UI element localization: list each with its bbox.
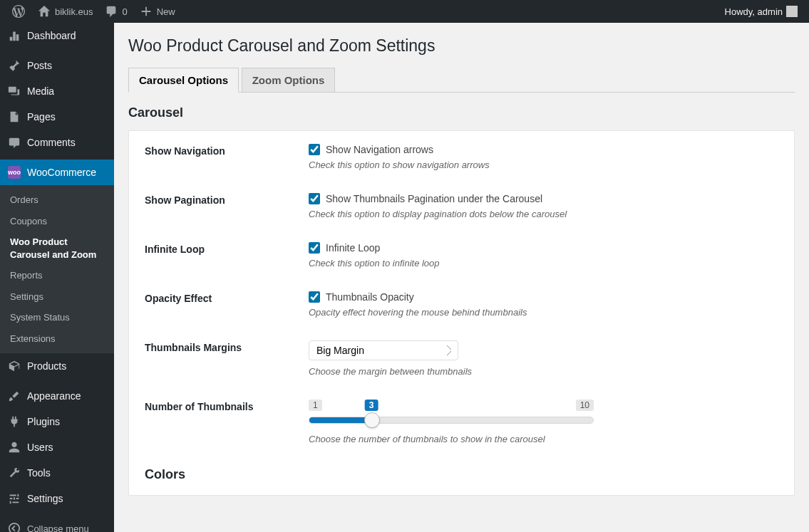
slider-value-bubble: 3 [365, 400, 378, 411]
row-number-thumbnails: Number of Thumbnails 1 3 10 Choose the n… [145, 400, 778, 444]
menu-pages[interactable]: Pages [0, 104, 114, 130]
row-thumbnails-margins: Thumbnails Margins Big Margin Choose the… [145, 340, 778, 377]
menu-label: Settings [27, 493, 63, 504]
menu-appearance[interactable]: Appearance [0, 383, 114, 409]
field-description: Choose the margin between thumbnails [309, 366, 778, 377]
checkbox-label: Thumbnails Opacity [326, 291, 414, 303]
menu-comments[interactable]: Comments [0, 130, 114, 155]
menu-woocommerce[interactable]: woo WooCommerce [0, 160, 114, 185]
wp-logo-menu[interactable] [6, 0, 31, 23]
section-colors-title: Colors [145, 467, 778, 482]
collapse-menu[interactable]: Collapse menu [0, 516, 114, 532]
menu-label: Tools [27, 467, 51, 479]
site-name: biklik.eus [55, 6, 93, 17]
menu-label: Plugins [27, 416, 60, 427]
howdy-text: Howdy, admin [725, 6, 783, 17]
submenu-reports[interactable]: Reports [0, 265, 114, 286]
row-show-pagination: Show Pagination Show Thumbnails Paginati… [145, 193, 778, 219]
label-infinite-loop: Infinite Loop [145, 242, 309, 268]
label-opacity-effect: Opacity Effect [145, 291, 309, 318]
comment-count: 0 [122, 6, 127, 17]
plug-icon [7, 414, 21, 429]
woocommerce-icon: woo [7, 165, 21, 179]
label-show-navigation: Show Navigation [145, 144, 309, 170]
tab-zoom-options[interactable]: Zoom Options [242, 68, 336, 92]
settings-panel: Show Navigation Show Navigation arrows C… [128, 130, 795, 496]
label-show-pagination: Show Pagination [145, 193, 309, 219]
admin-bar: biklik.eus 0 New Howdy, admin [0, 0, 809, 23]
slider-min: 1 [309, 400, 322, 411]
menu-media[interactable]: Media [0, 78, 114, 104]
checkbox-show-pagination[interactable] [309, 193, 320, 204]
collapse-label: Collapse menu [27, 523, 89, 532]
submenu-woocommerce: Orders Coupons Woo Product Carousel and … [0, 185, 114, 353]
slider-fill [309, 417, 372, 423]
menu-label: Dashboard [27, 30, 76, 41]
row-show-navigation: Show Navigation Show Navigation arrows C… [145, 144, 778, 170]
comment-icon [104, 4, 118, 19]
menu-plugins[interactable]: Plugins [0, 409, 114, 434]
checkbox-label: Show Thumbnails Pagination under the Car… [326, 193, 542, 204]
account-menu[interactable]: Howdy, admin [719, 0, 803, 23]
toggles-icon [7, 491, 21, 506]
slider-max: 10 [576, 400, 594, 411]
label-number-thumbnails: Number of Thumbnails [145, 400, 309, 444]
checkbox-label: Infinite Loop [326, 242, 380, 254]
row-infinite-loop: Infinite Loop Infinite Loop Check this o… [145, 242, 778, 268]
field-description: Choose the number of thumbnails to show … [309, 434, 778, 444]
menu-label: Appearance [27, 390, 81, 402]
menu-label: Comments [27, 137, 76, 148]
menu-tools[interactable]: Tools [0, 460, 114, 486]
site-menu[interactable]: biklik.eus [31, 0, 98, 23]
avatar [786, 6, 798, 17]
comments-menu[interactable]: 0 [98, 0, 133, 23]
main-content: Woo Product Carousel and Zoom Settings C… [114, 23, 809, 532]
slider-track[interactable] [309, 417, 594, 424]
menu-label: Posts [27, 60, 52, 71]
collapse-icon [7, 521, 21, 532]
field-description: Opacity effect hovering the mouse behind… [309, 307, 778, 318]
submenu-product-carousel-zoom[interactable]: Woo Product Carousel and Zoom [0, 231, 114, 265]
checkbox-opacity-effect[interactable] [309, 291, 320, 303]
submenu-system-status[interactable]: System Status [0, 307, 114, 328]
media-icon [7, 84, 21, 98]
menu-posts[interactable]: Posts [0, 53, 114, 78]
section-carousel-title: Carousel [128, 105, 795, 120]
comment-icon [7, 135, 21, 150]
menu-label: Products [27, 360, 66, 372]
checkbox-label: Show Navigation arrows [326, 144, 433, 155]
submenu-extensions[interactable]: Extensions [0, 328, 114, 350]
menu-settings[interactable]: Settings [0, 486, 114, 511]
tab-carousel-options[interactable]: Carousel Options [128, 68, 239, 93]
home-icon [37, 4, 51, 19]
menu-dashboard[interactable]: Dashboard [0, 23, 114, 48]
menu-label: Users [27, 442, 53, 453]
page-icon [7, 110, 21, 124]
checkbox-show-navigation[interactable] [309, 144, 320, 155]
checkbox-infinite-loop[interactable] [309, 242, 320, 254]
slider-handle[interactable] [364, 412, 380, 428]
tabs: Carousel Options Zoom Options [128, 67, 795, 93]
row-opacity-effect: Opacity Effect Thumbnails Opacity Opacit… [145, 291, 778, 318]
field-description: Check this option to infinite loop [309, 258, 778, 268]
menu-label: WooCommerce [27, 167, 96, 178]
new-label: New [157, 6, 175, 17]
box-icon [7, 359, 21, 373]
submenu-settings[interactable]: Settings [0, 286, 114, 308]
wordpress-icon [11, 4, 26, 19]
label-thumbnails-margins: Thumbnails Margins [145, 340, 309, 377]
menu-products[interactable]: Products [0, 353, 114, 379]
menu-label: Media [27, 85, 54, 97]
submenu-coupons[interactable]: Coupons [0, 211, 114, 232]
wrench-icon [7, 466, 21, 480]
slider-number-thumbnails[interactable]: 1 3 10 [309, 400, 594, 424]
select-thumbnails-margins[interactable]: Big Margin [309, 340, 458, 360]
brush-icon [7, 389, 21, 403]
field-description: Check this option to show navigation arr… [309, 160, 778, 170]
admin-sidebar: Dashboard Posts Media Pages Comments woo… [0, 23, 114, 532]
menu-label: Pages [27, 111, 56, 122]
new-content-menu[interactable]: New [133, 0, 181, 23]
menu-users[interactable]: Users [0, 434, 114, 460]
submenu-orders[interactable]: Orders [0, 189, 114, 211]
pin-icon [7, 58, 21, 73]
